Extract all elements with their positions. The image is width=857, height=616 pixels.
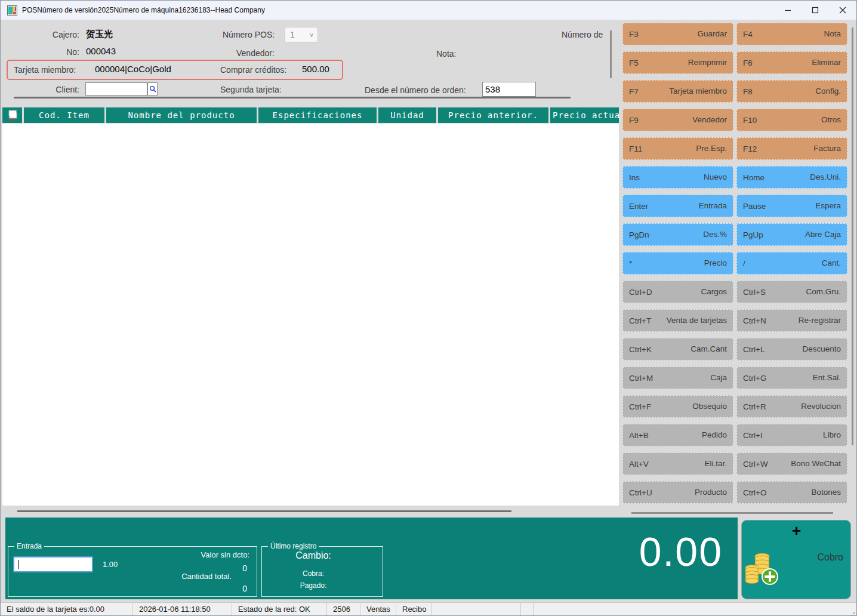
entrada-input[interactable] [13, 556, 93, 572]
key-action-label: Config. [815, 87, 841, 96]
resize-grip-icon[interactable] [853, 612, 855, 614]
keypad-button-ctrl-w[interactable]: Ctrl+W Bono WeChat [736, 452, 847, 475]
key-action-label: Re-registrar [799, 316, 841, 325]
keypad-button-f7[interactable]: F7 Tarjeta miembro [622, 80, 733, 103]
keypad-button-f8[interactable]: F8 Config. [736, 80, 847, 103]
shortcut-keypad: F3 Guardar F4 Nota F5 Reimprimir F6 Elim… [622, 23, 847, 504]
key-action-label: Pedido [702, 430, 727, 439]
keypad-button-pause[interactable]: Pause Espera [736, 195, 847, 217]
maximize-button[interactable] [801, 1, 829, 20]
table-horizontal-scrollbar[interactable] [17, 510, 511, 512]
minimize-button[interactable] [774, 1, 801, 20]
keypad-button-f10[interactable]: F10 Otros [736, 109, 847, 131]
keypad-button-ctrl-o[interactable]: Ctrl+O Botones [736, 481, 847, 504]
column-header-precio-anterior[interactable]: Precio anterior. [438, 107, 548, 123]
key-action-label: Caja [710, 373, 727, 382]
cajero-label: Cajero: [19, 30, 79, 39]
keypad-button-[interactable]: / Cant. [736, 252, 847, 275]
key-cap: F7 [629, 87, 639, 96]
key-action-label: Libro [823, 430, 841, 439]
keypad-button-pgup[interactable]: PgUp Abre Caja [736, 223, 847, 246]
ultimo-registro-groupbox: Último registro Cambio: Cobra: Pagado: [261, 546, 383, 597]
key-action-label: Cam.Cant [690, 344, 727, 353]
form-horizontal-scrollbar[interactable] [14, 97, 571, 98]
status-item-1: 2026-01-06 11:18:50 [133, 603, 232, 616]
key-cap: Ctrl+D [629, 288, 652, 297]
column-header-especificaciones[interactable]: Especificaciones [258, 107, 377, 123]
key-cap: Alt+B [629, 431, 649, 440]
key-action-label: Abre Caja [805, 230, 841, 239]
plus-icon: + [792, 522, 801, 540]
keypad-button-alt-v[interactable]: Alt+V Eli.tar. [622, 452, 733, 475]
status-item-4: Ventas [360, 603, 396, 616]
status-item-empty-0 [432, 603, 521, 616]
column-header-nombre-del-producto[interactable]: Nombre del producto [106, 107, 257, 123]
keypad-button-[interactable]: * Precio [622, 252, 733, 275]
keypad-vertical-scrollbar[interactable] [852, 27, 853, 445]
key-cap: Pause [743, 202, 766, 211]
keypad-button-ctrl-m[interactable]: Ctrl+M Caja [622, 366, 733, 389]
keypad-button-ctrl-f[interactable]: Ctrl+F Obsequio [622, 395, 733, 418]
close-button[interactable] [829, 1, 856, 20]
key-action-label: Revolucion [801, 402, 841, 411]
status-bar: El saldo de la tarjeta es:0.002026-01-06… [1, 602, 857, 616]
keypad-button-f11[interactable]: F11 Pre.Esp. [622, 137, 733, 160]
key-cap: * [629, 259, 632, 268]
cobro-button[interactable]: + Cobro [741, 520, 851, 599]
key-cap: F11 [629, 144, 642, 153]
key-cap: Ctrl+W [743, 460, 768, 469]
keypad-button-home[interactable]: Home Des.Uni. [736, 166, 847, 189]
numero-pos-value: 1 [285, 30, 309, 39]
desde-orden-input[interactable] [482, 82, 536, 97]
key-action-label: Precio [704, 258, 727, 267]
table-select-all-corner[interactable] [2, 107, 22, 123]
key-action-label: Eliminar [812, 58, 841, 67]
totals-panel: Entrada 1.00 Valor sin dcto: 0 Cantidad … [5, 518, 738, 599]
pos-app-icon [7, 5, 17, 16]
keypad-button-ctrl-g[interactable]: Ctrl+G Ent.Sal. [736, 366, 847, 389]
keypad-button-ctrl-t[interactable]: Ctrl+T Venta de tarjetas [622, 309, 733, 332]
keypad-button-enter[interactable]: Enter Entrada [622, 195, 733, 217]
keypad-button-f9[interactable]: F9 Vendedor [622, 109, 733, 131]
form-vertical-scrollbar[interactable] [610, 30, 612, 78]
numero-pos-select[interactable]: 1 ∨ [285, 27, 318, 42]
status-item-3: 2506 [327, 603, 360, 616]
column-header-cod-item[interactable]: Cod. Item [24, 107, 104, 123]
cobro-label: Cobro [817, 552, 843, 563]
key-cap: PgDn [629, 230, 649, 239]
key-action-label: Factura [813, 144, 841, 153]
items-table-body[interactable] [2, 124, 619, 506]
keypad-button-ins[interactable]: Ins Nuevo [622, 166, 733, 189]
key-cap: Ctrl+T [629, 316, 651, 325]
key-cap: Ctrl+G [743, 374, 766, 383]
keypad-button-alt-b[interactable]: Alt+B Pedido [622, 424, 733, 446]
keypad-button-ctrl-d[interactable]: Ctrl+D Cargos [622, 281, 733, 303]
client-search-button[interactable] [147, 82, 158, 96]
keypad-button-f3[interactable]: F3 Guardar [622, 23, 733, 45]
keypad-button-ctrl-s[interactable]: Ctrl+S Com.Gru. [736, 281, 847, 303]
keypad-button-ctrl-k[interactable]: Ctrl+K Cam.Cant [622, 338, 733, 361]
key-cap: Ctrl+M [629, 374, 653, 383]
keypad-button-ctrl-n[interactable]: Ctrl+N Re-registrar [736, 309, 847, 332]
keypad-button-f6[interactable]: F6 Eliminar [736, 51, 847, 74]
key-cap: Enter [629, 202, 648, 211]
keypad-button-ctrl-l[interactable]: Ctrl+L Descuento [736, 338, 847, 361]
key-cap: Ctrl+R [743, 402, 766, 411]
keypad-button-pgdn[interactable]: PgDn Des.% [622, 223, 733, 246]
key-action-label: Cargos [701, 287, 727, 296]
keypad-button-ctrl-r[interactable]: Ctrl+R Revolucion [736, 395, 847, 418]
key-cap: F6 [743, 58, 753, 67]
entrada-group-label: Entrada [14, 542, 44, 550]
keypad-button-ctrl-i[interactable]: Ctrl+I Libro [736, 424, 847, 446]
client-input[interactable] [85, 82, 147, 96]
column-header-unidad[interactable]: Unidad [378, 107, 436, 123]
search-icon [149, 85, 156, 93]
key-action-label: Tarjeta miembro [669, 87, 727, 96]
keypad-button-f12[interactable]: F12 Factura [736, 137, 847, 160]
keypad-button-f5[interactable]: F5 Reimprimir [622, 51, 733, 74]
keypad-button-f4[interactable]: F4 Nota [736, 23, 847, 45]
keypad-horizontal-scrollbar[interactable] [631, 512, 833, 514]
column-header-precio-actual[interactable]: Precio actual. [550, 107, 619, 123]
key-cap: F5 [629, 58, 639, 67]
keypad-button-ctrl-u[interactable]: Ctrl+U Producto [622, 481, 733, 504]
